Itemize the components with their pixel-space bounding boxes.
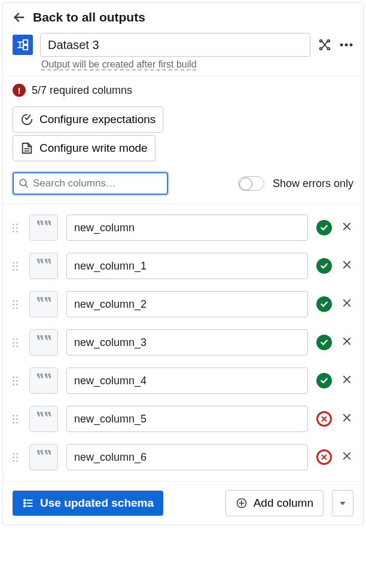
column-type-chip[interactable]: ‟‟ bbox=[29, 291, 58, 317]
dataset-icon bbox=[13, 35, 33, 55]
remove-column-button[interactable] bbox=[340, 220, 353, 235]
column-row: ‟‟new_column_1 bbox=[3, 247, 363, 285]
drag-handle-icon[interactable] bbox=[13, 223, 21, 232]
svg-point-37 bbox=[24, 500, 26, 501]
string-type-icon: ‟‟ bbox=[36, 334, 51, 351]
add-column-label: Add column bbox=[254, 497, 313, 510]
remove-column-button[interactable] bbox=[340, 335, 353, 350]
configure-write-mode-label: Configure write mode bbox=[39, 142, 148, 155]
status-error-icon bbox=[316, 449, 332, 465]
required-columns-text: 5/7 required columns bbox=[32, 84, 132, 97]
branch-icon[interactable] bbox=[318, 38, 332, 52]
status-ok-icon bbox=[316, 220, 332, 235]
column-type-chip[interactable]: ‟‟ bbox=[29, 329, 58, 356]
status-error-icon bbox=[316, 411, 332, 427]
column-name-value: new_column_6 bbox=[74, 451, 147, 464]
svg-point-7 bbox=[328, 40, 330, 42]
caret-down-icon bbox=[338, 499, 347, 507]
column-name-value: new_column_3 bbox=[74, 336, 147, 349]
column-name-value: new_column bbox=[74, 222, 135, 234]
add-column-dropdown[interactable] bbox=[332, 490, 353, 516]
column-name-input[interactable]: new_column_5 bbox=[66, 406, 308, 432]
arrow-left-icon bbox=[13, 11, 26, 24]
more-icon[interactable] bbox=[339, 38, 353, 52]
svg-point-8 bbox=[320, 48, 322, 50]
list-icon bbox=[22, 497, 34, 509]
svg-line-18 bbox=[25, 185, 28, 187]
search-icon bbox=[19, 178, 29, 189]
drag-handle-icon[interactable] bbox=[13, 453, 21, 462]
add-column-button[interactable]: Add column bbox=[225, 490, 324, 516]
column-type-chip[interactable]: ‟‟ bbox=[29, 253, 58, 279]
column-row: ‟‟new_column_3 bbox=[3, 323, 363, 362]
remove-column-button[interactable] bbox=[340, 373, 353, 388]
status-ok-icon bbox=[316, 335, 332, 350]
document-icon bbox=[20, 142, 33, 155]
string-type-icon: ‟‟ bbox=[36, 296, 51, 313]
drag-handle-icon[interactable] bbox=[13, 338, 21, 347]
column-type-chip[interactable]: ‟‟ bbox=[29, 368, 58, 394]
svg-point-13 bbox=[345, 44, 348, 47]
back-label: Back to all outputs bbox=[33, 10, 145, 24]
svg-rect-1 bbox=[23, 40, 28, 44]
string-type-icon: ‟‟ bbox=[36, 258, 51, 274]
svg-marker-46 bbox=[340, 502, 345, 506]
remove-column-button[interactable] bbox=[340, 296, 353, 312]
column-name-input[interactable]: new_column_1 bbox=[66, 253, 308, 279]
status-ok-icon bbox=[316, 258, 332, 274]
configure-expectations-label: Configure expectations bbox=[39, 113, 155, 126]
back-row[interactable]: Back to all outputs bbox=[3, 3, 363, 30]
svg-point-14 bbox=[350, 44, 353, 47]
svg-rect-2 bbox=[23, 45, 28, 50]
column-name-input[interactable]: new_column bbox=[66, 215, 308, 241]
string-type-icon: ‟‟ bbox=[36, 449, 51, 466]
use-updated-schema-label: Use updated schema bbox=[40, 497, 154, 510]
column-name-value: new_column_1 bbox=[74, 260, 147, 272]
search-field[interactable] bbox=[33, 177, 162, 189]
search-columns-input[interactable] bbox=[13, 172, 168, 195]
drag-handle-icon[interactable] bbox=[13, 415, 21, 424]
drag-handle-icon[interactable] bbox=[13, 376, 21, 385]
use-updated-schema-button[interactable]: Use updated schema bbox=[13, 491, 163, 516]
svg-point-6 bbox=[320, 40, 322, 42]
dataset-title-input[interactable]: Dataset 3 bbox=[40, 33, 310, 57]
output-config-panel: Back to all outputs Dataset 3 Output wil… bbox=[2, 2, 364, 525]
column-type-chip[interactable]: ‟‟ bbox=[29, 406, 58, 432]
column-row: ‟‟new_column_5 bbox=[3, 400, 363, 438]
column-name-value: new_column_5 bbox=[74, 413, 147, 425]
column-row: ‟‟new_column bbox=[3, 209, 363, 247]
show-errors-label: Show errors only bbox=[273, 177, 353, 190]
column-name-value: new_column_2 bbox=[74, 298, 147, 311]
drag-handle-icon[interactable] bbox=[13, 300, 21, 309]
drag-handle-icon[interactable] bbox=[13, 262, 21, 271]
column-row: ‟‟new_column_6 bbox=[3, 438, 363, 476]
columns-list: ‟‟new_column‟‟new_column_1‟‟new_column_2… bbox=[3, 204, 363, 482]
column-row: ‟‟new_column_4 bbox=[3, 362, 363, 400]
column-name-value: new_column_4 bbox=[74, 375, 147, 387]
dataset-title-value: Dataset 3 bbox=[48, 38, 99, 52]
alert-icon: ! bbox=[13, 84, 26, 97]
column-name-input[interactable]: new_column_6 bbox=[66, 444, 308, 470]
plus-circle-icon bbox=[236, 497, 248, 509]
column-type-chip[interactable]: ‟‟ bbox=[29, 444, 58, 470]
svg-point-9 bbox=[328, 48, 330, 50]
column-row: ‟‟new_column_2 bbox=[3, 285, 363, 323]
column-name-input[interactable]: new_column_3 bbox=[66, 329, 308, 356]
string-type-icon: ‟‟ bbox=[36, 411, 51, 427]
svg-point-12 bbox=[340, 44, 343, 47]
string-type-icon: ‟‟ bbox=[36, 372, 51, 389]
status-ok-icon bbox=[316, 373, 332, 388]
required-columns-warning: ! 5/7 required columns bbox=[3, 76, 363, 104]
svg-point-39 bbox=[24, 503, 26, 504]
column-type-chip[interactable]: ‟‟ bbox=[29, 215, 58, 241]
column-name-input[interactable]: new_column_2 bbox=[66, 291, 308, 317]
remove-column-button[interactable] bbox=[340, 411, 353, 427]
remove-column-button[interactable] bbox=[340, 449, 353, 465]
remove-column-button[interactable] bbox=[340, 258, 353, 274]
output-note[interactable]: Output will be created after first build bbox=[3, 57, 363, 76]
configure-expectations-button[interactable]: Configure expectations bbox=[13, 106, 163, 133]
column-name-input[interactable]: new_column_4 bbox=[66, 368, 308, 394]
show-errors-toggle[interactable] bbox=[238, 176, 264, 191]
svg-point-41 bbox=[24, 506, 26, 507]
configure-write-mode-button[interactable]: Configure write mode bbox=[13, 135, 155, 161]
